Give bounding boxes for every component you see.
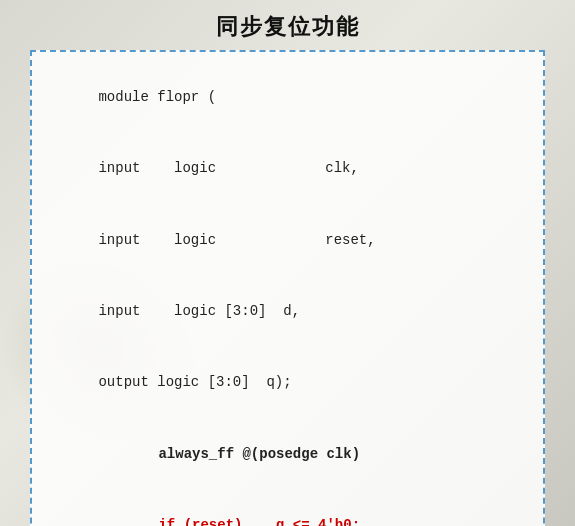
code-block: module flopr ( input logic clk, input lo… [30,50,545,526]
code-if-statement: if (reset) q <= 4'b0; [158,517,360,526]
code-line-5: output logic [3:0] q); [48,348,527,419]
code-always-kw: always_ff @(posedge clk) [158,446,360,462]
code-output-kw: output logic [3:0] q); [98,374,291,390]
code-line-7: if (reset) q <= 4'b0; [108,490,527,526]
page-title: 同步复位功能 [0,0,575,50]
code-input-kw-2: input logic reset, [98,232,375,248]
code-line-6: always_ff @(posedge clk) [108,419,527,490]
main-content: 同步复位功能 module flopr ( input logic clk, i… [0,0,575,526]
code-line-2: input logic clk, [48,133,527,204]
code-input-kw-3: input logic [3:0] d, [98,303,300,319]
code-line-1: module flopr ( [48,62,527,133]
code-line-4: input logic [3:0] d, [48,276,527,347]
code-module-kw: module [98,89,157,105]
code-line-3: input logic reset, [48,205,527,276]
code-input-kw-1: input logic clk, [98,160,358,176]
code-module-name: flopr ( [157,89,216,105]
